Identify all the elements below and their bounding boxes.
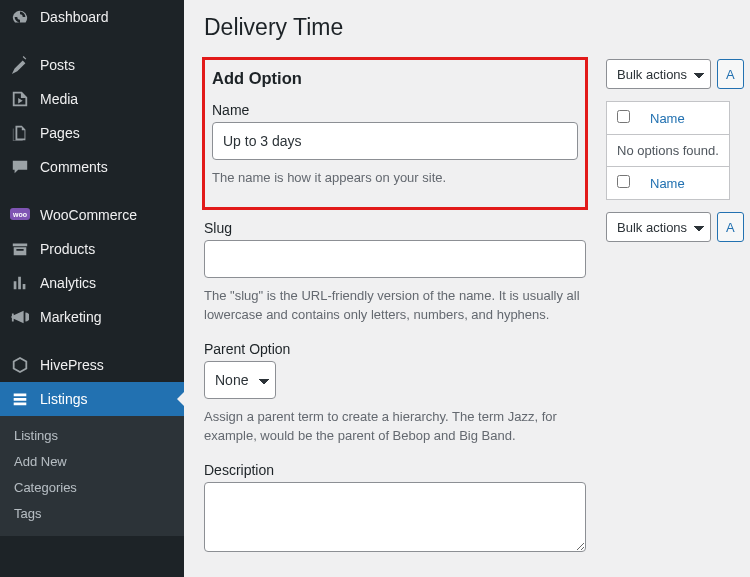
menu-separator bbox=[0, 34, 184, 48]
options-table: Name No options found. bbox=[606, 101, 730, 200]
name-label: Name bbox=[212, 98, 578, 122]
sidebar-item-label: HivePress bbox=[40, 357, 104, 374]
sidebar-item-label: Pages bbox=[40, 125, 80, 142]
description-label: Description bbox=[204, 458, 586, 482]
sidebar-item-dashboard[interactable]: Dashboard bbox=[0, 0, 184, 34]
hivepress-icon bbox=[10, 355, 30, 375]
sidebar-item-label: Comments bbox=[40, 159, 108, 176]
two-column-layout: Add Option Name The name is how it appea… bbox=[204, 59, 730, 563]
comments-icon bbox=[10, 157, 30, 177]
add-option-form: Add Option Name The name is how it appea… bbox=[204, 59, 586, 563]
submenu-item-label: Listings bbox=[14, 428, 58, 443]
sidebar-item-products[interactable]: Products bbox=[0, 232, 184, 266]
empty-message: No options found. bbox=[607, 135, 730, 167]
table-header-checkbox bbox=[607, 102, 641, 135]
field-parent-option: Parent Option None Assign a parent term … bbox=[204, 337, 586, 450]
field-description: Description bbox=[204, 458, 586, 555]
sidebar-item-listings[interactable]: Listings bbox=[0, 382, 184, 416]
sidebar-item-label: Posts bbox=[40, 57, 75, 74]
parent-label: Parent Option bbox=[204, 337, 586, 361]
pin-icon bbox=[10, 55, 30, 75]
products-icon bbox=[10, 239, 30, 259]
slug-label: Slug bbox=[204, 216, 586, 240]
bulk-apply-button-top[interactable]: A bbox=[717, 59, 744, 89]
main-content: Delivery Time Add Option Name The name i… bbox=[184, 0, 750, 577]
select-all-checkbox-bottom[interactable] bbox=[617, 175, 630, 188]
name-help-text: The name is how it appears on your site. bbox=[212, 160, 578, 192]
select-all-checkbox-top[interactable] bbox=[617, 110, 630, 123]
sidebar-item-media[interactable]: Media bbox=[0, 82, 184, 116]
table-footer-row: Name bbox=[607, 167, 730, 200]
field-slug: Slug The "slug" is the URL-friendly vers… bbox=[204, 216, 586, 329]
sidebar-item-hivepress[interactable]: HivePress bbox=[0, 348, 184, 382]
menu-separator bbox=[0, 334, 184, 348]
slug-input[interactable] bbox=[204, 240, 586, 278]
table-header-row: Name bbox=[607, 102, 730, 135]
menu-separator bbox=[0, 184, 184, 198]
highlight-box: Add Option Name The name is how it appea… bbox=[204, 59, 586, 208]
table-footer-checkbox bbox=[607, 167, 641, 200]
sidebar-item-label: WooCommerce bbox=[40, 207, 137, 224]
analytics-icon bbox=[10, 273, 30, 293]
sidebar-item-comments[interactable]: Comments bbox=[0, 150, 184, 184]
submenu-item-categories[interactable]: Categories bbox=[0, 474, 184, 500]
svg-text:woo: woo bbox=[12, 211, 27, 218]
sidebar-item-pages[interactable]: Pages bbox=[0, 116, 184, 150]
sidebar-item-woocommerce[interactable]: woo WooCommerce bbox=[0, 198, 184, 232]
sidebar-item-label: Dashboard bbox=[40, 9, 109, 26]
app-root: Dashboard Posts Media Pages Commen bbox=[0, 0, 750, 577]
woocommerce-icon: woo bbox=[10, 205, 30, 225]
parent-select[interactable]: None bbox=[204, 361, 276, 399]
sidebar-item-posts[interactable]: Posts bbox=[0, 48, 184, 82]
bulk-actions-select-top[interactable]: Bulk actions bbox=[606, 59, 711, 89]
name-input[interactable] bbox=[212, 122, 578, 160]
table-footer-name[interactable]: Name bbox=[640, 167, 730, 200]
parent-help-text: Assign a parent term to create a hierarc… bbox=[204, 399, 586, 450]
bulk-apply-button-bottom[interactable]: A bbox=[717, 212, 744, 242]
sidebar-item-marketing[interactable]: Marketing bbox=[0, 300, 184, 334]
pages-icon bbox=[10, 123, 30, 143]
sidebar-item-label: Media bbox=[40, 91, 78, 108]
sidebar-item-analytics[interactable]: Analytics bbox=[0, 266, 184, 300]
table-header-name[interactable]: Name bbox=[640, 102, 730, 135]
table-row-empty: No options found. bbox=[607, 135, 730, 167]
bulk-actions-bottom: Bulk actions A bbox=[606, 212, 730, 242]
options-list-panel: Bulk actions A Name bbox=[606, 59, 730, 248]
admin-sidebar: Dashboard Posts Media Pages Commen bbox=[0, 0, 184, 577]
sidebar-item-label: Marketing bbox=[40, 309, 101, 326]
page-title: Delivery Time bbox=[204, 0, 730, 59]
submenu-item-add-new[interactable]: Add New bbox=[0, 448, 184, 474]
slug-help-text: The "slug" is the URL-friendly version o… bbox=[204, 278, 586, 329]
field-name: Name The name is how it appears on your … bbox=[212, 98, 578, 192]
submenu-item-tags[interactable]: Tags bbox=[0, 500, 184, 526]
description-textarea[interactable] bbox=[204, 482, 586, 552]
sidebar-item-label: Listings bbox=[40, 391, 87, 408]
submenu-item-label: Categories bbox=[14, 480, 77, 495]
listings-icon bbox=[10, 389, 30, 409]
table-footer-name-link[interactable]: Name bbox=[650, 176, 685, 191]
sidebar-submenu-listings: Listings Add New Categories Tags bbox=[0, 416, 184, 536]
sidebar-item-label: Analytics bbox=[40, 275, 96, 292]
submenu-item-label: Tags bbox=[14, 506, 41, 521]
media-icon bbox=[10, 89, 30, 109]
table-header-name-link[interactable]: Name bbox=[650, 111, 685, 126]
submenu-item-listings[interactable]: Listings bbox=[0, 422, 184, 448]
submenu-item-label: Add New bbox=[14, 454, 67, 469]
marketing-icon bbox=[10, 307, 30, 327]
dashboard-icon bbox=[10, 7, 30, 27]
bulk-actions-select-bottom[interactable]: Bulk actions bbox=[606, 212, 711, 242]
bulk-actions-top: Bulk actions A bbox=[606, 59, 730, 89]
sidebar-item-label: Products bbox=[40, 241, 95, 258]
form-heading: Add Option bbox=[212, 59, 578, 98]
